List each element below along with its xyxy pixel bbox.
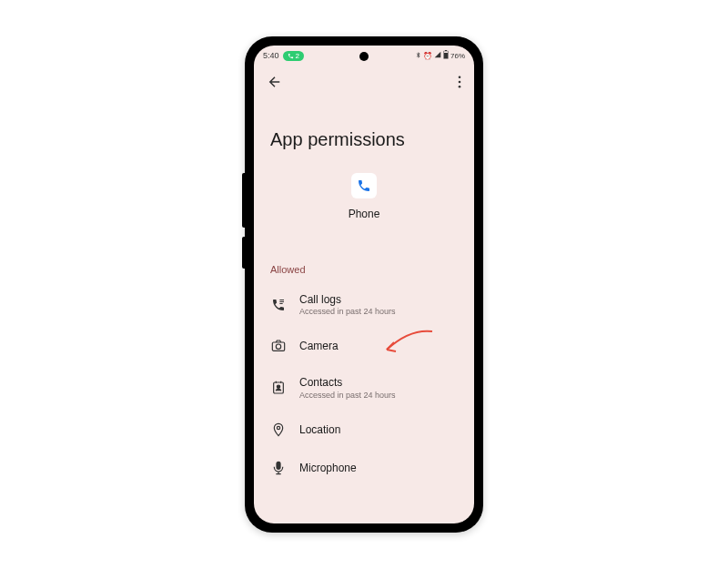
permission-row-location[interactable]: Location xyxy=(261,411,467,449)
svg-point-12 xyxy=(277,385,279,388)
permission-title: Contacts xyxy=(299,376,458,389)
phone-frame: 5:40 2 ⏰ 76% xyxy=(245,36,483,533)
contacts-icon xyxy=(270,380,287,396)
arrow-left-icon xyxy=(267,74,283,90)
status-left: 5:40 2 xyxy=(263,51,304,61)
call-logs-icon xyxy=(270,297,287,313)
svg-rect-8 xyxy=(279,303,282,304)
permission-row-camera[interactable]: Camera xyxy=(261,327,467,365)
app-info: Phone xyxy=(270,173,458,220)
svg-rect-1 xyxy=(444,53,448,58)
page-title: App permissions xyxy=(270,129,458,150)
permission-subtitle: Accessed in past 24 hours xyxy=(299,307,458,316)
svg-rect-2 xyxy=(445,50,447,51)
camera-icon xyxy=(270,338,287,354)
permission-title: Location xyxy=(299,423,458,436)
phone-badge-icon xyxy=(288,53,294,59)
bluetooth-icon xyxy=(415,51,421,61)
svg-point-10 xyxy=(276,344,280,349)
more-vert-icon xyxy=(458,76,461,88)
alarm-icon: ⏰ xyxy=(423,52,432,60)
permission-text: Location xyxy=(299,423,458,436)
permission-subtitle: Accessed in past 24 hours xyxy=(299,391,458,400)
permission-row-contacts[interactable]: Contacts Accessed in past 24 hours xyxy=(261,365,467,410)
permission-text: Contacts Accessed in past 24 hours xyxy=(299,376,458,399)
permission-row-call-logs[interactable]: Call logs Accessed in past 24 hours xyxy=(261,282,467,327)
svg-rect-6 xyxy=(279,300,284,300)
svg-point-3 xyxy=(459,76,461,78)
back-button[interactable] xyxy=(267,74,283,94)
app-name: Phone xyxy=(349,208,380,220)
signal-icon xyxy=(434,51,441,60)
app-bar xyxy=(254,66,474,102)
location-icon xyxy=(270,422,287,438)
svg-point-4 xyxy=(459,81,461,84)
permission-text: Call logs Accessed in past 24 hours xyxy=(299,293,458,316)
permission-title: Call logs xyxy=(299,293,458,306)
svg-rect-7 xyxy=(279,301,284,302)
battery-icon xyxy=(443,50,449,61)
permission-text: Camera xyxy=(299,340,458,352)
permission-title: Microphone xyxy=(299,462,458,474)
permission-row-microphone[interactable]: Microphone xyxy=(261,449,467,487)
microphone-icon xyxy=(270,460,287,476)
status-right: ⏰ 76% xyxy=(415,50,465,61)
svg-rect-16 xyxy=(277,462,280,469)
badge-count: 2 xyxy=(296,52,299,60)
permission-text: Microphone xyxy=(299,462,458,474)
allowed-header: Allowed xyxy=(254,239,474,282)
phone-app-icon xyxy=(357,178,371,193)
svg-point-15 xyxy=(277,426,279,429)
svg-point-5 xyxy=(459,86,461,88)
app-icon xyxy=(351,173,377,198)
phone-side-buttons xyxy=(242,173,245,228)
header-section: App permissions Phone xyxy=(254,102,474,239)
status-call-badge: 2 xyxy=(283,51,304,61)
screen: 5:40 2 ⏰ 76% xyxy=(254,46,474,523)
battery-percent: 76% xyxy=(450,52,465,60)
more-button[interactable] xyxy=(458,76,461,92)
svg-rect-9 xyxy=(272,342,284,351)
permission-list: Call logs Accessed in past 24 hours Came… xyxy=(254,282,474,487)
status-time: 5:40 xyxy=(263,51,279,60)
permission-title: Camera xyxy=(299,340,458,352)
camera-punch-hole xyxy=(359,52,369,61)
